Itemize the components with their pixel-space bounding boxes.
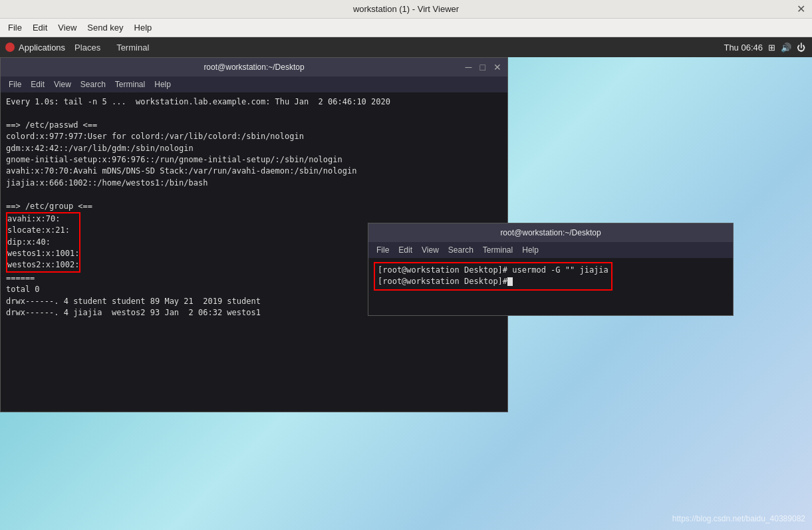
term2-menu-edit[interactable]: Edit (394, 244, 416, 256)
terminal-menu[interactable]: Terminal (110, 41, 156, 54)
applications-menu[interactable]: Applications (5, 43, 65, 53)
term1-title-bar: root@workstation:~/Desktop ─ □ ✕ (1, 58, 507, 76)
menu-send-key[interactable]: Send key (82, 21, 128, 34)
term2-body[interactable]: [root@workstation Desktop]# usermod -G "… (368, 258, 733, 315)
power-icon[interactable]: ⏻ (797, 43, 805, 53)
term2-menu-file[interactable]: File (372, 244, 393, 256)
credit-text: https://blog.csdn.net/baidu_40389082 (672, 514, 805, 523)
display-icon: ⊞ (768, 43, 775, 53)
clock: Thu 06:46 (724, 43, 763, 53)
menu-file[interactable]: File (3, 21, 27, 34)
applications-label[interactable]: Applications (19, 43, 65, 53)
term2-menu-help[interactable]: Help (518, 244, 543, 256)
taskbar-left: Applications Places Terminal (5, 41, 156, 54)
term2-menu-search[interactable]: Search (444, 244, 477, 256)
term1-menu-terminal[interactable]: Terminal (111, 78, 149, 90)
virt-viewer-menu-bar: File Edit View Send key Help (0, 19, 812, 37)
term1-highlighted: avahi:x:70: slocate:x:21: dip:x:40: west… (7, 213, 79, 271)
group-highlight-box: avahi:x:70: slocate:x:21: dip:x:40: west… (6, 212, 80, 273)
term1-menu-bar: File Edit View Search Terminal Help (1, 76, 507, 92)
term1-minimize[interactable]: ─ (464, 62, 474, 72)
term1-menu-search[interactable]: Search (76, 78, 110, 90)
term1-content: Every 1.0s: tail -n 5 ... workstation.la… (6, 96, 502, 212)
term2-title-bar: root@workstation:~/Desktop (368, 223, 733, 242)
term1-menu-help[interactable]: Help (150, 78, 175, 90)
term1-menu-edit[interactable]: Edit (27, 78, 49, 90)
terminal-window-2: root@workstation:~/Desktop File Edit Vie… (368, 223, 734, 316)
gnome-logo (5, 43, 15, 52)
close-button[interactable]: ✕ (797, 3, 805, 15)
virt-viewer-title-bar: workstation (1) - Virt Viewer ✕ (0, 0, 812, 19)
term1-controls: ─ □ ✕ (464, 62, 503, 72)
title-bar-text: workstation (1) - Virt Viewer (353, 4, 459, 14)
term2-title: root@workstation:~/Desktop (500, 228, 601, 237)
term2-menu-bar: File Edit View Search Terminal Help (368, 242, 733, 258)
term2-menu-view[interactable]: View (418, 244, 443, 256)
terminal-cursor (507, 277, 513, 286)
term1-menu-file[interactable]: File (5, 78, 25, 90)
term1-close[interactable]: ✕ (491, 62, 503, 72)
menu-view[interactable]: View (53, 21, 82, 34)
term1-maximize[interactable]: □ (478, 62, 487, 72)
term2-content: [root@workstation Desktop]# usermod -G "… (378, 265, 609, 288)
gnome-taskbar: Applications Places Terminal Thu 06:46 ⊞… (0, 37, 812, 57)
term2-menu-terminal[interactable]: Terminal (479, 244, 517, 256)
places-menu[interactable]: Places (68, 41, 107, 54)
term1-menu-view[interactable]: View (50, 78, 75, 90)
command-highlight-box: [root@workstation Desktop]# usermod -G "… (374, 262, 612, 291)
menu-help[interactable]: Help (129, 21, 158, 34)
taskbar-right: Thu 06:46 ⊞ 🔊 ⏻ (724, 43, 805, 53)
term1-title: root@workstation:~/Desktop (203, 63, 304, 72)
volume-icon[interactable]: 🔊 (781, 43, 791, 53)
menu-edit[interactable]: Edit (27, 21, 53, 34)
